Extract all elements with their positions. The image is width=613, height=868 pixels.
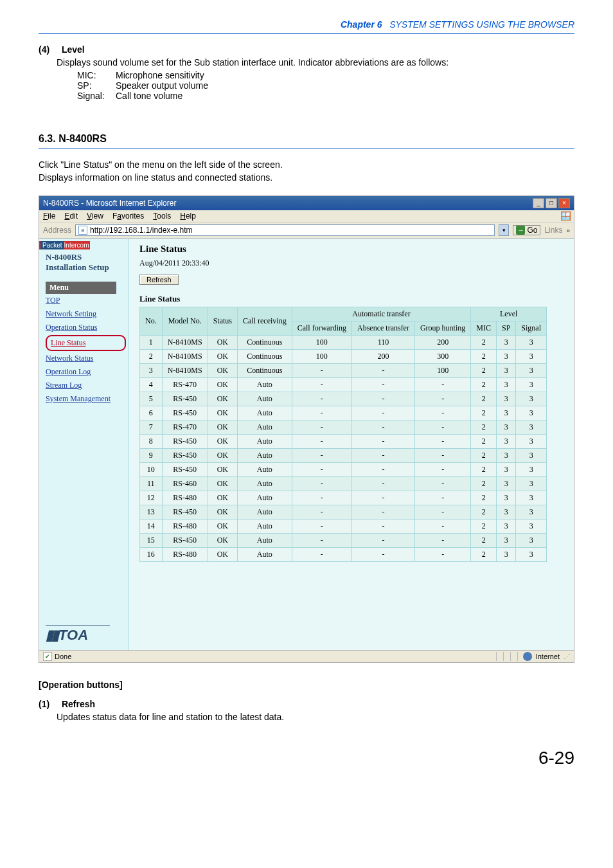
table-cell: 10 xyxy=(140,463,163,477)
table-cell: 6 xyxy=(140,406,163,420)
table-cell: - xyxy=(351,392,414,406)
chapter-heading: Chapter 6 SYSTEM SETTINGS USING THE BROW… xyxy=(39,19,574,30)
maximize-button[interactable]: □ xyxy=(546,198,557,208)
table-cell: - xyxy=(292,364,351,378)
table-cell: OK xyxy=(208,520,237,534)
table-row: 8RS-450OKAuto---233 xyxy=(140,435,547,449)
col-absence-transfer: Absence transfer xyxy=(351,321,414,336)
timestamp: Aug/04/2011 20:33:40 xyxy=(139,258,567,268)
address-input[interactable]: e http://192.168.1.1/index-e.htm xyxy=(75,224,495,236)
sidebar-item-system-management[interactable]: System Management xyxy=(46,394,126,404)
table-cell: - xyxy=(292,491,351,505)
table-cell: - xyxy=(414,435,470,449)
table-row: 16RS-480OKAuto---233 xyxy=(140,548,547,562)
go-label: Go xyxy=(527,226,537,235)
sidebar-item-top[interactable]: TOP xyxy=(46,296,126,305)
table-cell: Auto xyxy=(238,491,292,505)
table-cell: OK xyxy=(208,364,237,378)
table-cell: Auto xyxy=(238,435,292,449)
table-cell: Auto xyxy=(238,406,292,420)
table-cell: 100 xyxy=(292,350,351,364)
window-controls: _ □ × xyxy=(533,198,570,208)
sidebar-item-operation-log[interactable]: Operation Log xyxy=(46,367,126,377)
table-cell: 3 xyxy=(516,520,547,534)
links-chevron-icon[interactable]: » xyxy=(566,227,570,234)
table-cell: N-8410MS xyxy=(162,336,208,350)
table-cell: 3 xyxy=(516,435,547,449)
section-4-title: Level xyxy=(62,44,85,55)
table-cell: OK xyxy=(208,463,237,477)
page-icon: e xyxy=(78,226,87,235)
table-row: 1N-8410MSOKContinuous100110200233 xyxy=(140,336,547,350)
table-cell: - xyxy=(351,406,414,420)
table-cell: 3 xyxy=(496,505,515,520)
col-group-hunting: Group hunting xyxy=(414,321,470,336)
table-cell: - xyxy=(351,378,414,392)
sidebar-item-stream-log[interactable]: Stream Log xyxy=(46,381,126,390)
table-cell: 3 xyxy=(496,406,515,420)
addressbar: Address e http://192.168.1.1/index-e.htm… xyxy=(39,222,574,239)
table-cell: - xyxy=(351,463,414,477)
table-cell: 3 xyxy=(516,420,547,435)
table-cell: 3 xyxy=(516,378,547,392)
table-cell: OK xyxy=(208,392,237,406)
refresh-section-header: (1) Refresh xyxy=(39,699,574,709)
table-cell: - xyxy=(292,378,351,392)
table-cell: RS-450 xyxy=(162,463,208,477)
table-cell: - xyxy=(414,378,470,392)
close-button[interactable]: × xyxy=(558,198,570,208)
table-row: 14RS-480OKAuto---233 xyxy=(140,520,547,534)
menu-help[interactable]: Help xyxy=(180,212,196,221)
table-cell: 3 xyxy=(496,548,515,562)
table-cell: 100 xyxy=(292,336,351,350)
table-cell: 8 xyxy=(140,435,163,449)
table-cell: Auto xyxy=(238,449,292,463)
table-cell: RS-450 xyxy=(162,534,208,548)
table-cell: OK xyxy=(208,378,237,392)
go-arrow-icon: → xyxy=(516,226,525,235)
table-cell: 3 xyxy=(496,392,515,406)
table-cell: - xyxy=(292,548,351,562)
status-done: Done xyxy=(55,653,71,660)
table-cell: 3 xyxy=(516,505,547,520)
table-cell: - xyxy=(414,548,470,562)
table-cell: 11 xyxy=(140,477,163,491)
section-6-3-heading: 6.3. N-8400RS xyxy=(39,133,574,145)
refresh-button[interactable]: Refresh xyxy=(139,275,179,285)
table-cell: Auto xyxy=(238,463,292,477)
table-cell: 2 xyxy=(471,505,497,520)
table-cell: - xyxy=(351,548,414,562)
table-cell: 2 xyxy=(471,392,497,406)
menu-view[interactable]: View xyxy=(87,212,103,221)
menu-favorites[interactable]: Favorites xyxy=(112,212,144,221)
table-row: 6RS-450OKAuto---233 xyxy=(140,406,547,420)
table-cell: - xyxy=(292,534,351,548)
sidebar-menu-header: Menu xyxy=(46,282,116,294)
col-auto-transfer: Automatic transfer xyxy=(292,307,471,321)
table-cell: - xyxy=(351,420,414,435)
sidebar-item-line-status[interactable]: Line Status xyxy=(48,338,88,348)
menu-file[interactable]: File xyxy=(43,212,55,221)
address-dropdown[interactable]: ▾ xyxy=(499,224,509,236)
sidebar-item-operation-status[interactable]: Operation Status xyxy=(46,323,126,332)
table-cell: 3 xyxy=(516,364,547,378)
sidebar-item-network-setting[interactable]: Network Setting xyxy=(46,309,126,319)
table-row: 3N-8410MSOKContinuous--100233 xyxy=(140,364,547,378)
table-cell: 2 xyxy=(471,435,497,449)
refresh-num: (1) xyxy=(39,699,59,709)
def-val: Call tone volume xyxy=(116,91,182,101)
sidebar-item-network-status[interactable]: Network Status xyxy=(46,354,126,363)
table-cell: N-8410MS xyxy=(162,364,208,378)
minimize-button[interactable]: _ xyxy=(533,198,544,208)
table-cell: 3 xyxy=(496,378,515,392)
table-cell: 3 xyxy=(516,406,547,420)
window-title: N-8400RS - Microsoft Internet Explorer xyxy=(43,199,176,208)
table-cell: RS-480 xyxy=(162,520,208,534)
menu-tools[interactable]: Tools xyxy=(153,212,171,221)
table-cell: OK xyxy=(208,449,237,463)
menu-edit[interactable]: Edit xyxy=(64,212,78,221)
table-cell: OK xyxy=(208,548,237,562)
table-cell: OK xyxy=(208,406,237,420)
go-button[interactable]: → Go xyxy=(513,225,540,235)
table-cell: 3 xyxy=(496,449,515,463)
